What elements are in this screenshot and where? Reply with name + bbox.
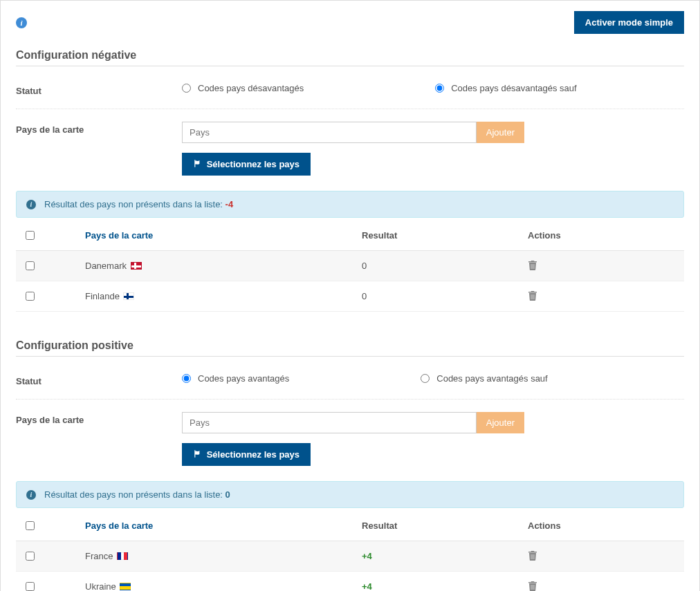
negative-country-input[interactable]: [182, 122, 477, 143]
row-result: 0: [355, 251, 521, 281]
positive-th-result: Resultat: [355, 511, 521, 541]
info-icon: i: [26, 200, 36, 209]
positive-info-bar: i Résultat des pays non présents dans la…: [16, 481, 684, 508]
positive-th-country[interactable]: Pays de la carte: [78, 511, 355, 541]
table-row: Ukraine +4: [16, 572, 684, 592]
radio-negative-disadv-input[interactable]: [182, 84, 191, 93]
row-checkbox[interactable]: [26, 582, 35, 591]
radio-positive-adv-sauf[interactable]: Codes pays avantagés sauf: [421, 373, 547, 384]
row-country: France: [78, 541, 355, 572]
flag-icon: [193, 449, 201, 458]
row-country: Finlande: [78, 281, 355, 312]
negative-select-all-checkbox[interactable]: [26, 231, 35, 240]
positive-select-countries-label: Sélectionnez les pays: [207, 449, 300, 460]
negative-table: Pays de la carte Resultat Actions Danema…: [16, 221, 684, 312]
row-result: +4: [355, 541, 521, 572]
flag-icon: [193, 159, 201, 168]
negative-info-bar: i Résultat des pays non présents dans la…: [16, 191, 684, 218]
radio-positive-adv-input[interactable]: [182, 374, 191, 383]
table-row: Finlande 0: [16, 281, 684, 312]
negative-th-country[interactable]: Pays de la carte: [78, 221, 355, 251]
table-row: Danemark 0: [16, 251, 684, 281]
flag-fi-icon: [123, 292, 134, 300]
negative-status-label: Statut: [16, 83, 182, 96]
row-result: +4: [355, 572, 521, 592]
positive-status-label: Statut: [16, 373, 182, 386]
flag-ua-icon: [120, 583, 131, 590]
row-checkbox[interactable]: [26, 292, 35, 301]
radio-negative-disadv[interactable]: Codes pays désavantagés: [182, 83, 304, 93]
delete-icon[interactable]: [528, 552, 537, 563]
info-icon[interactable]: i: [16, 17, 27, 28]
table-row: France +4: [16, 541, 684, 572]
negative-add-button[interactable]: Ajouter: [477, 122, 524, 143]
positive-info-value: 0: [225, 489, 230, 500]
negative-select-countries-label: Sélectionnez les pays: [207, 159, 300, 169]
positive-select-countries-button[interactable]: Sélectionnez les pays: [182, 443, 311, 466]
negative-country-label: Pays de la carte: [16, 122, 182, 135]
negative-th-result: Resultat: [355, 221, 521, 251]
radio-negative-disadv-sauf-input[interactable]: [435, 84, 444, 93]
radio-positive-adv-sauf-label: Codes pays avantagés sauf: [436, 373, 547, 384]
positive-select-all-checkbox[interactable]: [26, 521, 35, 530]
flag-dk-icon: [131, 262, 142, 270]
positive-th-actions: Actions: [521, 511, 684, 541]
row-country: Ukraine: [78, 572, 355, 592]
flag-fr-icon: [117, 552, 128, 560]
radio-negative-disadv-sauf[interactable]: Codes pays désavantagés sauf: [435, 83, 576, 93]
row-checkbox[interactable]: [26, 552, 35, 561]
radio-positive-adv-sauf-input[interactable]: [421, 374, 430, 383]
positive-country-input[interactable]: [182, 412, 477, 433]
radio-positive-adv[interactable]: Codes pays avantagés: [182, 373, 289, 384]
positive-table: Pays de la carte Resultat Actions France…: [16, 511, 684, 591]
radio-negative-disadv-label: Codes pays désavantagés: [198, 83, 304, 93]
positive-info-text: Résultat des pays non présents dans la l…: [44, 489, 225, 500]
delete-icon[interactable]: [528, 583, 537, 591]
radio-negative-disadv-sauf-label: Codes pays désavantagés sauf: [451, 83, 576, 93]
delete-icon[interactable]: [528, 292, 537, 303]
row-result: 0: [355, 281, 521, 312]
negative-th-actions: Actions: [521, 221, 684, 251]
row-country: Danemark: [78, 251, 355, 281]
negative-info-value: -4: [225, 199, 234, 209]
positive-country-label: Pays de la carte: [16, 412, 182, 425]
negative-info-text: Résultat des pays non présents dans la l…: [44, 199, 225, 209]
info-icon: i: [26, 490, 36, 500]
activate-simple-mode-button[interactable]: Activer mode simple: [574, 11, 684, 34]
positive-config-heading: Configuration positive: [16, 339, 684, 357]
negative-select-countries-button[interactable]: Sélectionnez les pays: [182, 153, 311, 176]
negative-config-heading: Configuration négative: [16, 49, 684, 66]
delete-icon[interactable]: [528, 262, 537, 272]
row-checkbox[interactable]: [26, 261, 35, 270]
positive-add-button[interactable]: Ajouter: [477, 412, 524, 433]
radio-positive-adv-label: Codes pays avantagés: [198, 373, 289, 384]
